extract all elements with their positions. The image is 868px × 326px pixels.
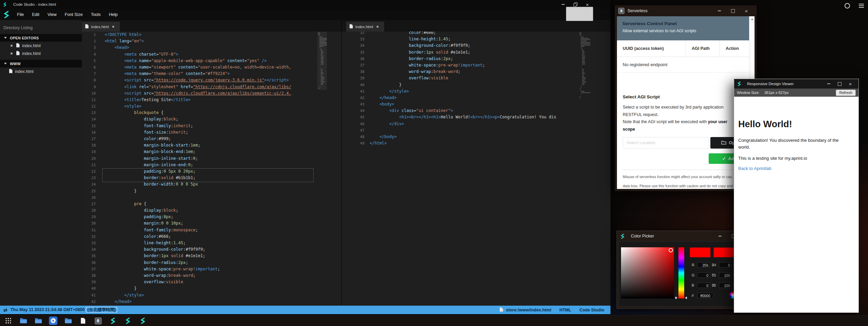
sidebar-item-index.html[interactable]: ✖index.html — [0, 50, 82, 57]
status-bar: ⇄ Thu May 11 2023 21:54:48 GMT+0800(台北標準… — [0, 306, 610, 314]
code-view[interactable]: 1<!DOCTYPE html>2<html lang="en">3 <head… — [82, 32, 341, 306]
line-number: 10 — [82, 90, 96, 97]
line-number: 20 — [82, 155, 96, 162]
code-view[interactable]: 32 color:#666;33 line-height:1.45;34 bac… — [342, 32, 610, 306]
field-b-input[interactable]: 0 — [697, 283, 710, 288]
status-datetime: Thu May 11 2023 21:54:48 GMT+0800(台北標準時間… — [11, 307, 117, 313]
menu-view[interactable]: View — [43, 12, 61, 17]
minimap[interactable] — [317, 32, 327, 306]
page-paragraph: Congratulation! You discovered the bound… — [738, 137, 848, 151]
code-line: 40 } — [342, 82, 610, 88]
code-line: 49</html> — [342, 140, 610, 147]
page-paragraph: This is a testing site for my.aprint.io — [738, 156, 854, 161]
responsive-viewer-titlebar[interactable]: Responsive Design Viewer × — [734, 79, 858, 89]
window-title: Code Studio - index.html — [13, 2, 56, 6]
line-number: 32 — [342, 32, 365, 36]
location-input[interactable] — [623, 137, 709, 149]
file-icon — [499, 307, 503, 313]
close-button[interactable]: × — [740, 7, 753, 15]
menu-tools[interactable]: Tools — [87, 12, 105, 17]
code-line: 15 font-family:inherit; — [82, 123, 341, 129]
line-number: 39 — [342, 75, 365, 81]
code-line: 36 border-radius:2px; — [82, 260, 341, 266]
swap-arrows-icon: ⇄ — [3, 307, 7, 313]
line-number: 42 — [82, 299, 96, 305]
field-r-input[interactable]: 255 — [697, 262, 710, 268]
scroll-up-arrow-icon[interactable] — [749, 16, 755, 22]
code-line: 20 margin-inline-start:0; — [82, 155, 341, 162]
line-number: 32 — [82, 233, 96, 240]
code-line: 23 border:solid #b1b1b1; — [82, 175, 341, 181]
line-number: 27 — [82, 201, 96, 207]
taskbar-code-studio-icon[interactable] — [139, 317, 147, 325]
minimize-button[interactable] — [823, 80, 834, 88]
field-b-input[interactable]: 100 — [719, 283, 732, 288]
saturation-cursor[interactable] — [669, 248, 673, 252]
taskbar-folder-icon[interactable] — [19, 317, 28, 325]
tab-index-html[interactable]: index.html ✖ — [82, 22, 120, 32]
tab-close-icon[interactable]: ✖ — [112, 25, 114, 28]
agi-script-description: Select a script to be executed by 3rd pa… — [623, 104, 727, 133]
taskbar-code-studio-icon[interactable] — [109, 317, 117, 325]
code-line: 31 font-family:monospace; — [82, 227, 341, 233]
close-icon[interactable]: ✖ — [10, 44, 14, 47]
menu-file[interactable]: File — [13, 12, 28, 17]
endpoint-table-header: UUID (access token)AGI PathAction — [617, 40, 749, 57]
code-line: 18 margin-block-start:1em; — [82, 142, 341, 149]
sidebar-item-index.html[interactable]: index.html — [0, 68, 82, 75]
taskbar-folder-icon[interactable] — [34, 317, 42, 325]
line-number: 42 — [342, 95, 365, 101]
close-button[interactable]: × — [845, 80, 856, 88]
code-line: 44 <div class="ui container"> — [342, 108, 610, 114]
field-s-input[interactable]: 100 — [719, 272, 732, 278]
taskbar-app-grid-icon[interactable] — [4, 317, 13, 325]
popup-panel — [566, 7, 593, 21]
sidebar-item-index.html[interactable]: ✖index.html — [0, 42, 82, 50]
editor-pane-right: index.html ✖ 32 color:#666;33 line-heigh… — [342, 20, 610, 306]
sidebar-section-open-editors[interactable]: OPEN EDITORS — [0, 34, 82, 42]
preview-page: Hello World! Congratulation! You discove… — [734, 97, 858, 312]
line-number: 19 — [82, 149, 96, 155]
code-line: 42 </head> — [342, 95, 610, 101]
hue-slider[interactable] — [678, 247, 684, 299]
maximize-button[interactable] — [726, 7, 740, 15]
hamburger-menu-icon[interactable] — [859, 4, 864, 9]
field-#-input[interactable]: ff0000 — [697, 293, 713, 298]
refresh-button[interactable]: Refresh — [836, 90, 856, 96]
code-line: 37 white-space:pre-wrap!important; — [82, 266, 341, 272]
code-line: 34 background-color:#f9f9f9; — [342, 42, 610, 49]
taskbar-document-icon[interactable] — [79, 317, 87, 325]
taskbar-folder-icon[interactable] — [64, 317, 72, 325]
serverless-titlebar[interactable]: 0 Serverless × — [615, 5, 757, 16]
taskbar-serverless-0-icon[interactable]: 0 — [94, 317, 102, 325]
close-icon[interactable]: ✖ — [10, 52, 14, 55]
menu-help[interactable]: Help — [105, 12, 122, 17]
minimize-button[interactable] — [712, 7, 726, 15]
maximize-button[interactable] — [834, 80, 845, 88]
sidebar-section-www[interactable]: WWW — [0, 60, 82, 68]
menu-edit[interactable]: Edit — [28, 12, 43, 17]
file-icon — [9, 69, 13, 74]
taskbar-disc-drive-icon[interactable] — [49, 317, 57, 325]
code-line: 14 display:block; — [82, 116, 341, 122]
code-line: 39 overflow:visible — [342, 75, 610, 81]
minimap[interactable] — [579, 32, 597, 306]
status-file[interactable]: store:/www/index.html — [499, 307, 551, 313]
menu-font-size[interactable]: Font Size — [61, 12, 87, 17]
line-number: 14 — [82, 116, 96, 122]
color-swatch-current — [690, 247, 711, 257]
editor-area: index.html ✖ 1<!DOCTYPE html>2<html lang… — [82, 20, 610, 306]
status-language[interactable]: HTML — [560, 308, 571, 312]
line-number: 46 — [342, 121, 365, 127]
code-line: 26 — [82, 194, 341, 201]
field-h-input[interactable]: 0 — [719, 262, 732, 268]
field-label: # — [692, 293, 695, 298]
window-titlebar[interactable]: Code Studio - index.html × — [0, 0, 610, 9]
saturation-field[interactable] — [621, 247, 674, 299]
back-to-aprintlab-link[interactable]: Back to Aprintlab — [738, 166, 854, 171]
field-g-input[interactable]: 0 — [697, 272, 710, 278]
tab-close-icon[interactable]: ✖ — [376, 25, 379, 28]
tab-index-html[interactable]: index.html ✖ — [346, 22, 384, 32]
taskbar-code-studio-icon[interactable] — [124, 317, 132, 325]
minimize-button[interactable] — [713, 232, 727, 240]
